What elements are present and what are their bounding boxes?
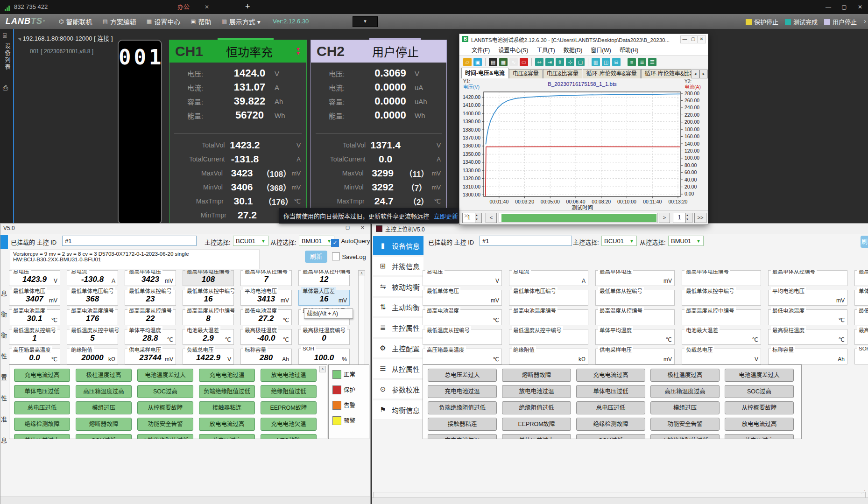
data-card[interactable]: 最低单体电压编号: [509, 290, 588, 306]
fault-status-button[interactable]: SOC过高: [725, 385, 794, 398]
fault-status-button[interactable]: 总电压过高: [725, 434, 794, 439]
tab-scroll-left-icon[interactable]: ◂: [691, 70, 699, 78]
data-card[interactable]: 最低单体电压编号368: [67, 290, 118, 306]
page-spinner-right[interactable]: 1: [673, 213, 686, 223]
sidebar-item[interactable]: ≣主控属性: [373, 318, 423, 337]
fault-status-button[interactable]: 负端绝缘阻值过低: [199, 385, 255, 398]
window-close-button[interactable]: ✕: [852, 0, 868, 14]
fault-status-button[interactable]: 充电电流过高: [576, 369, 645, 382]
toast-update-link[interactable]: 立即更新: [434, 211, 458, 220]
data-card[interactable]: 平均电池电压3413mV: [240, 290, 292, 306]
chart-tab[interactable]: 循环-库伦效率&容量: [583, 69, 641, 78]
table-large-icon[interactable]: ☰: [648, 58, 656, 66]
refresh-button[interactable]: 刷新: [305, 251, 327, 263]
data-card[interactable]: 最高单体电压编号: [682, 270, 761, 286]
data-card[interactable]: 单体平均温度℃: [595, 329, 675, 345]
left-minimize-button[interactable]: —: [329, 224, 337, 231]
data-card[interactable]: 最低单体从控中编号16: [183, 290, 234, 306]
page-spinner-right-arrows[interactable]: ▲▼: [685, 213, 692, 223]
chart-tab[interactable]: 时间-电压&电流: [461, 68, 508, 78]
page-spinner-left-arrows[interactable]: ▲▼: [475, 213, 482, 223]
data-card[interactable]: 供电采样电压23744mV: [125, 349, 176, 364]
sidebar-item[interactable]: ▮设备信息: [373, 236, 423, 255]
fault-status-button[interactable]: 熔断器故障: [502, 369, 571, 382]
fault-status-button[interactable]: 充电电池欠温: [261, 418, 317, 431]
left-sidebar-sliver[interactable]: 衡: [1, 309, 8, 318]
fault-status-button[interactable]: 充电电流过高: [14, 369, 70, 382]
more-chevron-icon[interactable]: ›: [864, 17, 866, 25]
fault-scroll-up-icon[interactable]: ∧: [319, 366, 326, 372]
fault-status-button[interactable]: SOC过高: [137, 385, 193, 398]
fault-status-button[interactable]: 放电电流过高: [725, 418, 794, 431]
left-sidebar-sliver[interactable]: 衡: [1, 330, 8, 339]
fault-status-button[interactable]: 从控概要故障: [137, 401, 193, 414]
save-icon[interactable]: ▣: [473, 58, 482, 66]
data-card[interactable]: 高压箱最高温度0.0℃: [9, 349, 60, 364]
toolbar-menu-item[interactable]: ▣帮助: [188, 14, 214, 29]
fault-status-button[interactable]: EEPROM故障: [502, 418, 571, 431]
chart-close-button[interactable]: ✕: [697, 35, 706, 43]
fault-status-button[interactable]: 模组过压: [76, 401, 132, 414]
data-card[interactable]: 平均电池电压mV: [768, 290, 847, 306]
left-sidebar-sliver[interactable]: 置: [1, 372, 8, 381]
data-card[interactable]: 最低单体从控编号23: [125, 290, 176, 306]
data-card[interactable]: 总电流A: [509, 270, 588, 286]
resize-grip-icon[interactable]: ⋰: [861, 490, 866, 495]
data-card[interactable]: 最低温度从控中编号: [509, 329, 588, 345]
data-card[interactable]: 最高温度从控中编号8: [183, 309, 234, 325]
data-card[interactable]: 最低温度从控中编号5: [67, 329, 118, 345]
data-card[interactable]: 供电采样电压mV: [595, 349, 675, 364]
chart-menu-item[interactable]: 帮助(H): [620, 46, 639, 54]
data-card[interactable]: 最高电池温度编号: [509, 309, 588, 325]
left-sidebar-sliver[interactable]: 性: [1, 351, 8, 360]
left-sidebar-active-sliver[interactable]: [0, 235, 8, 249]
data-card[interactable]: SOH%: [854, 349, 868, 364]
data-card[interactable]: 总电压V: [423, 270, 502, 286]
left-sidebar-sliver[interactable]: 息: [1, 435, 8, 444]
chart-tab[interactable]: 电压&容量: [509, 69, 543, 78]
data-card[interactable]: 最低单体电压3407mV: [9, 290, 60, 306]
data-card[interactable]: 最高单体电压编号108: [183, 270, 234, 286]
sidebar-item[interactable]: ⇋被动均衡: [373, 277, 423, 296]
sidebar-item[interactable]: ⊙参数校准: [373, 380, 423, 399]
collapse-dropdown-button[interactable]: ▾: [353, 16, 378, 27]
data-card[interactable]: 最低单体电压mV: [423, 290, 502, 306]
chart-menu-item[interactable]: 窗口(W): [591, 46, 611, 54]
fault-status-button[interactable]: 功能安全告警: [650, 418, 720, 431]
left-sidebar-sliver[interactable]: 性: [1, 393, 8, 402]
chart-menu-item[interactable]: 工具(T): [536, 46, 555, 54]
savelog-checkbox[interactable]: SaveLog: [332, 252, 366, 261]
left-close-button[interactable]: ✕: [359, 224, 367, 231]
device-list-icon[interactable]: ⌸: [3, 32, 7, 40]
zoom-v-icon[interactable]: ⇳: [556, 58, 564, 66]
fault-status-button[interactable]: 总电压过高: [199, 434, 255, 439]
chart-minimize-button[interactable]: —: [680, 35, 689, 43]
fault-status-button[interactable]: 充电电池欠温: [428, 434, 497, 439]
fault-status-button[interactable]: 高压箱温度过高: [76, 385, 132, 398]
fault-status-button[interactable]: 绝缘阻值过低: [261, 385, 317, 398]
data-card[interactable]: 负载总电压V: [682, 349, 761, 364]
data-card[interactable]: 总电流-130.8A: [67, 270, 118, 286]
fault-status-button[interactable]: 电池温度差过大: [725, 369, 794, 382]
data-card[interactable]: 最低温度从控编号1: [9, 329, 60, 345]
refresh-button-clipped[interactable]: 刷新: [861, 236, 868, 248]
split-compare-icon[interactable]: ◫: [602, 58, 610, 66]
zoom-fit-h-icon[interactable]: ⇥: [545, 58, 554, 66]
slave-select[interactable]: BMU01▼: [299, 236, 334, 246]
data-card[interactable]: 电池最大温差2.9℃: [183, 329, 234, 345]
data-card[interactable]: 最低电池温度27.2℃: [240, 309, 292, 325]
sidebar-item[interactable]: ⚑均衡信息: [373, 400, 423, 419]
report-icon[interactable]: ▦: [499, 58, 508, 66]
split-link-icon[interactable]: ⊟: [612, 58, 621, 66]
page-last-button[interactable]: >>: [694, 213, 706, 223]
toolbar-menu-item[interactable]: ▦设置中心: [144, 14, 183, 29]
printer-icon[interactable]: ⎙: [3, 84, 8, 92]
fault-status-button[interactable]: 从控概要故障: [725, 401, 794, 414]
chart-tab[interactable]: 电压&比容量: [543, 69, 582, 78]
data-card[interactable]: 单体最大压差16mV: [298, 290, 350, 306]
zoom-h-icon[interactable]: ⇿: [535, 58, 543, 66]
fault-status-button[interactable]: SOH过低: [576, 434, 645, 439]
sidebar-item[interactable]: ⊞并簇信息: [373, 257, 423, 275]
data-card[interactable]: 最高极柱温度编号0: [298, 329, 350, 345]
data-card[interactable]: 最低温度从控编号: [423, 329, 502, 345]
